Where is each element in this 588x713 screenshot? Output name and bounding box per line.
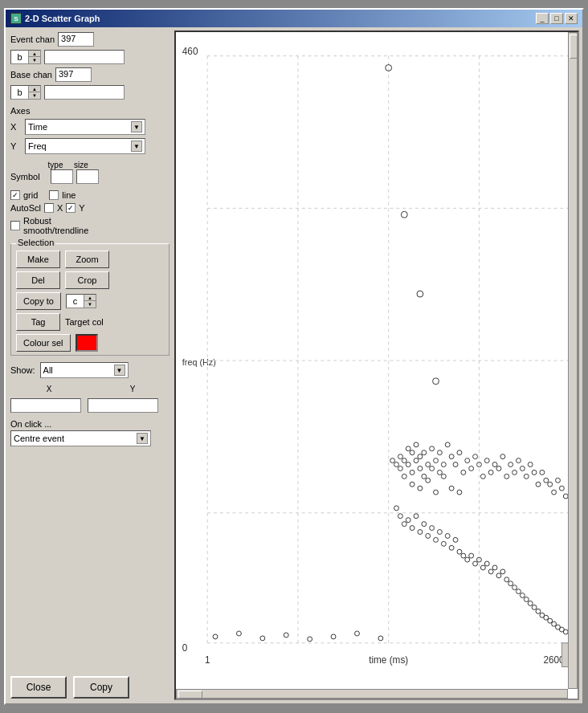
robust-label-group: Robust smooth/trendline	[23, 216, 88, 235]
x-axis-dropdown[interactable]: Time ▼	[25, 119, 145, 135]
window-icon: S	[10, 13, 22, 24]
selection-row2: Del Crop	[16, 271, 164, 289]
grid-line-row: grid line	[10, 190, 169, 200]
event-text-input[interactable]	[44, 50, 125, 64]
del-button[interactable]: Del	[16, 271, 60, 289]
event-chan-input-row: b ▲ ▼	[10, 50, 169, 64]
copyto-spinner[interactable]: c ▲ ▼	[66, 294, 96, 308]
title-buttons: _ □ ✕	[536, 13, 578, 24]
y-axis-dropdown[interactable]: Freq ▼	[25, 138, 145, 154]
selection-group-title: Selection	[16, 238, 55, 247]
copyto-spinner-arrows[interactable]: ▲ ▼	[84, 294, 96, 308]
x-axis-row: X Time ▼	[10, 119, 169, 135]
show-arrow: ▼	[114, 365, 125, 376]
base-spinner[interactable]: b ▲ ▼	[10, 85, 41, 100]
base-spinner-down[interactable]: ▼	[29, 92, 40, 99]
y-mid-label: freq (Hz)	[182, 357, 216, 367]
chart-inner: 460 freq (Hz) 0	[176, 32, 578, 699]
symbol-row: Symbol 1 4	[10, 169, 169, 184]
grid-label: grid	[23, 190, 38, 200]
y-coord-input[interactable]: 433.28100	[88, 398, 158, 413]
crop-button[interactable]: Crop	[65, 271, 109, 289]
event-spinner-down[interactable]: ▼	[29, 57, 40, 63]
autoscl-x-checkbox[interactable]	[44, 203, 54, 213]
title-bar-left: S 2-D Scatter Graph	[10, 13, 100, 24]
base-spinner-up[interactable]: ▲	[29, 86, 40, 92]
copyto-row: Copy to c ▲ ▼	[16, 292, 164, 310]
autoscl-row: AutoScl X Y	[10, 203, 169, 213]
window-title: 2-D Scatter Graph	[25, 14, 100, 23]
vertical-scrollbar[interactable]	[568, 32, 578, 689]
colour-swatch[interactable]	[76, 334, 98, 352]
zoom-button[interactable]: Zoom	[65, 251, 109, 268]
x-min-label: 1	[205, 654, 210, 665]
robust-checkbox[interactable]	[10, 221, 20, 230]
x-axis-label: time (ms)	[369, 654, 408, 665]
on-click-arrow: ▼	[137, 433, 148, 444]
horizontal-scroll-thumb[interactable]	[178, 691, 202, 699]
base-spinner-val: b	[10, 85, 28, 100]
chart-svg: 460 freq (Hz) 0	[176, 32, 578, 699]
maximize-button[interactable]: □	[550, 13, 563, 24]
chart-area: 460 freq (Hz) 0	[174, 31, 579, 700]
axes-section: Axes	[10, 106, 169, 116]
colour-sel-row: Colour sel	[16, 334, 164, 352]
close-window-button[interactable]: ✕	[565, 13, 578, 24]
base-chan-row: Base chan 397	[10, 67, 169, 82]
y-axis-value: Freq	[28, 141, 47, 151]
coord-inputs-row: 1.000000 433.28100	[10, 398, 169, 413]
show-value: All	[43, 365, 53, 375]
title-bar: S 2-D Scatter Graph _ □ ✕	[6, 10, 582, 27]
vertical-scroll-thumb[interactable]	[570, 35, 578, 59]
content-area: Event chan 397 b ▲ ▼ Base chan 397	[6, 27, 582, 703]
event-spinner-val: b	[10, 50, 28, 64]
tag-button[interactable]: Tag	[16, 313, 60, 331]
y-coord-header: Y	[97, 385, 168, 393]
horizontal-scrollbar[interactable]	[176, 689, 568, 699]
base-text-input[interactable]	[44, 85, 125, 100]
y-axis-arrow: ▼	[131, 141, 142, 152]
base-chan-input-row: b ▲ ▼	[10, 85, 169, 100]
y-max-label: 460	[182, 46, 198, 57]
on-click-section: On click ... Centre event ▼	[10, 419, 169, 446]
copyto-button[interactable]: Copy to	[16, 292, 61, 310]
autoscl-y-checkbox[interactable]	[66, 203, 76, 213]
copyto-spinner-up[interactable]: ▲	[84, 295, 96, 301]
show-row: Show: All ▼	[10, 362, 169, 378]
x-coord-header: X	[14, 385, 84, 393]
event-spinner-arrows[interactable]: ▲ ▼	[28, 50, 41, 64]
copy-button[interactable]: Copy	[73, 676, 129, 699]
show-dropdown[interactable]: All ▼	[40, 362, 129, 378]
size-col-label: size	[70, 161, 92, 169]
symbol-header: type size	[44, 161, 169, 169]
svg-rect-0	[176, 32, 578, 699]
colour-sel-button[interactable]: Colour sel	[16, 334, 71, 352]
event-spinner[interactable]: b ▲ ▼	[10, 50, 41, 64]
robust-label1: Robust	[23, 216, 88, 226]
symbol-label: Symbol	[10, 172, 47, 181]
x-axis-label: X	[10, 122, 22, 132]
event-chan-row: Event chan 397	[10, 32, 169, 47]
make-button[interactable]: Make	[16, 251, 60, 268]
on-click-label: On click ...	[10, 419, 169, 429]
event-chan-label: Event chan	[10, 35, 55, 44]
minimize-button[interactable]: _	[536, 13, 549, 24]
line-checkbox[interactable]	[49, 190, 59, 200]
copyto-spinner-down[interactable]: ▼	[84, 301, 96, 308]
main-window: S 2-D Scatter Graph _ □ ✕ Event chan 397…	[4, 8, 584, 705]
copyto-spinner-val: c	[66, 294, 84, 308]
symbol-size-input[interactable]: 4	[76, 169, 99, 184]
bottom-buttons: Close Copy	[10, 671, 169, 699]
autoscl-x-label: X	[57, 203, 63, 213]
base-spinner-arrows[interactable]: ▲ ▼	[28, 85, 41, 100]
base-chan-value: 397	[55, 67, 92, 82]
on-click-value: Centre event	[14, 434, 64, 443]
grid-checkbox[interactable]	[10, 190, 20, 200]
type-col-label: type	[44, 161, 67, 169]
on-click-dropdown[interactable]: Centre event ▼	[10, 430, 151, 446]
event-spinner-up[interactable]: ▲	[29, 51, 40, 57]
x-coord-input[interactable]: 1.000000	[10, 398, 81, 413]
symbol-type-input[interactable]: 1	[51, 169, 73, 184]
x-axis-arrow: ▼	[131, 121, 142, 132]
close-button[interactable]: Close	[10, 676, 67, 699]
